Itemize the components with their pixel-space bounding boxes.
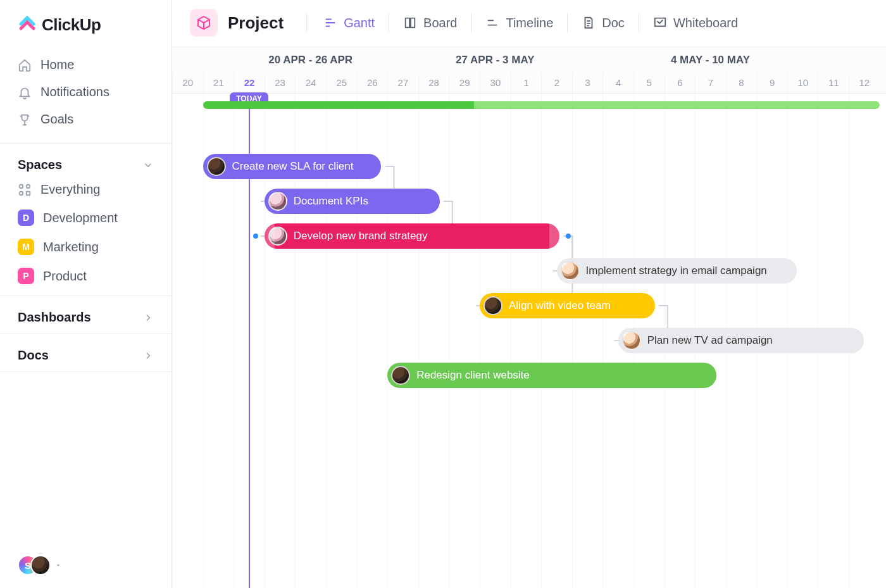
task-bar[interactable]: Document KPIs: [265, 189, 440, 214]
board-icon: [403, 16, 417, 30]
day-header: 22: [234, 73, 265, 93]
day-header: 23: [265, 73, 296, 93]
task-label: Redesign client website: [416, 369, 530, 382]
brand-logo[interactable]: ClickUp: [0, 13, 172, 46]
resize-handle[interactable]: [253, 234, 258, 239]
task-bar[interactable]: Develop new brand strategy: [265, 223, 560, 249]
dashboards-header[interactable]: Dashboards: [0, 301, 172, 328]
progress-bar: [203, 101, 880, 109]
view-tab-doc[interactable]: Doc: [574, 12, 632, 34]
day-header: 20: [172, 73, 203, 93]
task-label: Create new SLA for client: [232, 160, 354, 173]
nav-label: Goals: [41, 112, 73, 127]
view-tabs-bar: Project GanttBoardTimelineDocWhiteboard: [172, 0, 886, 47]
main-content: Project GanttBoardTimelineDocWhiteboard …: [172, 0, 886, 588]
gantt-chart[interactable]: 20 APR - 26 APR27 APR - 3 MAY4 MAY - 10 …: [172, 47, 886, 588]
day-header: 28: [418, 73, 449, 93]
project-title: Project: [228, 13, 284, 33]
day-header: 30: [480, 73, 511, 93]
day-header: 8: [726, 73, 757, 93]
chevron-down-icon: [142, 160, 154, 171]
day-header: 10: [787, 73, 818, 93]
svg-rect-3: [27, 191, 30, 195]
space-badge: D: [18, 210, 34, 226]
day-header: 12: [849, 73, 880, 93]
svg-point-2: [20, 191, 23, 195]
space-label: Development: [43, 211, 118, 225]
nav-label: Home: [41, 58, 74, 72]
space-label: Marketing: [43, 240, 99, 254]
day-header: 21: [203, 73, 234, 93]
chevron-right-icon: [142, 312, 154, 323]
home-icon: [18, 58, 32, 72]
assignee-avatar: [268, 227, 287, 246]
resize-handle[interactable]: [566, 234, 571, 239]
assignee-avatar: [561, 261, 580, 280]
trophy-icon: [18, 113, 32, 127]
view-tab-timeline[interactable]: Timeline: [478, 12, 561, 34]
clickup-logo-icon: [18, 16, 37, 35]
day-header: 26: [357, 73, 388, 93]
day-header: 4: [602, 73, 633, 93]
cube-icon: [196, 15, 211, 30]
caret-down-icon: [54, 561, 62, 569]
task-bar[interactable]: Implement strategy in email campaign: [557, 258, 797, 284]
view-tab-board[interactable]: Board: [396, 12, 465, 34]
assignee-avatar: [391, 366, 410, 385]
sidebar-space-development[interactable]: DDevelopment: [0, 203, 172, 232]
task-label: Plan new TV ad campaign: [647, 334, 773, 347]
sidebar-space-marketing[interactable]: MMarketing: [0, 232, 172, 261]
day-header: 29: [449, 73, 480, 93]
view-tab-whiteboard[interactable]: Whiteboard: [646, 12, 746, 34]
task-label: Implement strategy in email campaign: [586, 265, 767, 277]
user-avatar: [30, 555, 51, 575]
assignee-avatar: [622, 331, 641, 350]
chevron-right-icon: [142, 350, 154, 361]
task-bar[interactable]: Create new SLA for client: [203, 154, 382, 179]
task-label: Align with video team: [509, 299, 611, 312]
day-header: 24: [295, 73, 326, 93]
week-header: 4 MAY - 10 MAY: [602, 47, 818, 73]
project-icon[interactable]: [190, 9, 218, 37]
day-header: 7: [695, 73, 726, 93]
sidebar: ClickUp Home Notifications Goals Spaces …: [0, 0, 172, 588]
day-header: 3: [572, 73, 603, 93]
task-label: Develop new brand strategy: [294, 230, 428, 242]
task-bar[interactable]: Redesign client website: [387, 363, 716, 388]
assignee-avatar: [484, 296, 502, 315]
task-bar[interactable]: Plan new TV ad campaign: [618, 328, 864, 353]
day-header: 1: [511, 73, 542, 93]
svg-point-0: [20, 184, 23, 188]
nav-goals[interactable]: Goals: [8, 106, 164, 133]
whiteboard-icon: [653, 16, 667, 30]
day-header: 11: [818, 73, 849, 93]
spaces-header[interactable]: Spaces: [0, 149, 172, 176]
sidebar-space-product[interactable]: PProduct: [0, 261, 172, 291]
grid-icon: [18, 183, 32, 197]
day-header: 27: [387, 73, 418, 93]
bell-icon: [18, 85, 32, 99]
sidebar-item-everything[interactable]: Everything: [0, 176, 172, 203]
day-header: 25: [326, 73, 357, 93]
day-header: 6: [664, 73, 696, 93]
nav-notifications[interactable]: Notifications: [8, 78, 164, 106]
week-header: 20 APR - 26 APR: [234, 47, 387, 73]
timeline-icon: [485, 16, 499, 30]
workspace-switcher[interactable]: [0, 549, 172, 582]
svg-point-1: [27, 184, 30, 188]
task-label: Document KPIs: [294, 195, 368, 208]
gantt-icon: [323, 16, 337, 30]
task-bar[interactable]: Align with video team: [480, 293, 655, 318]
view-tab-gantt[interactable]: Gantt: [316, 12, 382, 34]
space-badge: M: [18, 239, 34, 255]
brand-name: ClickUp: [42, 15, 101, 35]
nav-label: Notifications: [41, 85, 109, 99]
week-header: 27 APR - 3 MAY: [387, 47, 602, 73]
day-header: 9: [756, 73, 787, 93]
nav-home[interactable]: Home: [8, 51, 164, 78]
docs-header[interactable]: Docs: [0, 339, 172, 366]
doc-icon: [582, 16, 596, 30]
day-header: 2: [541, 73, 572, 93]
day-header: 5: [633, 73, 664, 93]
assignee-avatar: [207, 157, 226, 176]
